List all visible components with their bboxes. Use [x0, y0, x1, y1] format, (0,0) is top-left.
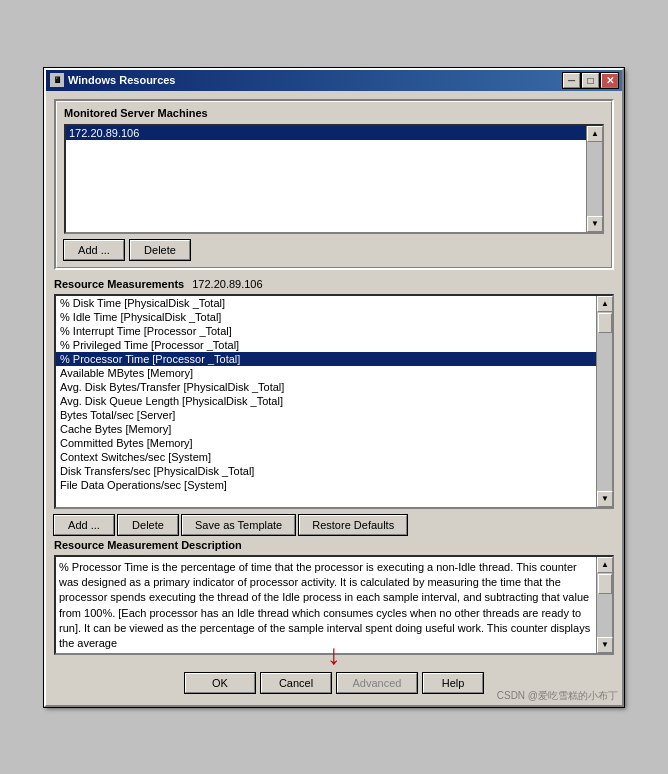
server-item[interactable]: 172.20.89.106 — [66, 126, 586, 140]
resource-header: Resource Measurements 172.20.89.106 — [54, 278, 614, 290]
measure-item[interactable]: Context Switches/sec [System] — [56, 450, 596, 464]
cancel-button[interactable]: Cancel — [261, 673, 331, 693]
resource-ip: 172.20.89.106 — [192, 278, 262, 290]
desc-scroll-thumb — [598, 574, 612, 594]
measure-item[interactable]: % Idle Time [PhysicalDisk _Total] — [56, 310, 596, 324]
title-bar-text: 🖥 Windows Resources — [50, 73, 175, 87]
measure-item[interactable]: Avg. Disk Queue Length [PhysicalDisk _To… — [56, 394, 596, 408]
red-arrow-icon: ↓ — [327, 639, 341, 670]
delete-server-button[interactable]: Delete — [130, 240, 190, 260]
resource-measurements-label: Resource Measurements — [54, 278, 184, 290]
measure-item[interactable]: Committed Bytes [Memory] — [56, 436, 596, 450]
monitored-group-label: Monitored Server Machines — [64, 107, 604, 119]
server-list[interactable]: 172.20.89.106 ▲ ▼ — [64, 124, 604, 234]
restore-defaults-button[interactable]: Restore Defaults — [299, 515, 407, 535]
title-bar: 🖥 Windows Resources ─ □ ✕ — [46, 70, 622, 91]
server-btn-row: Add ... Delete — [64, 240, 604, 260]
ok-button[interactable]: OK — [185, 673, 255, 693]
meas-scroll-up-btn[interactable]: ▲ — [597, 296, 613, 312]
measurements-list[interactable]: % Disk Time [PhysicalDisk _Total] % Idle… — [54, 294, 614, 509]
maximize-button[interactable]: □ — [582, 73, 599, 88]
meas-scroll-down-btn[interactable]: ▼ — [597, 491, 613, 507]
add-server-button[interactable]: Add ... — [64, 240, 124, 260]
desc-scroll-track — [597, 573, 612, 637]
monitored-group: Monitored Server Machines 172.20.89.106 … — [54, 99, 614, 270]
scroll-down-btn[interactable]: ▼ — [587, 216, 603, 232]
measure-item[interactable]: % Privileged Time [Processor _Total] — [56, 338, 596, 352]
close-button[interactable]: ✕ — [601, 73, 618, 88]
measure-item-selected[interactable]: % Processor Time [Processor _Total] — [56, 352, 596, 366]
advanced-button[interactable]: Advanced — [337, 673, 417, 693]
scroll-track — [587, 142, 602, 216]
desc-scroll-down-btn[interactable]: ▼ — [597, 637, 613, 653]
meas-scroll-thumb — [598, 313, 612, 333]
measure-item[interactable]: % Interrupt Time [Processor _Total] — [56, 324, 596, 338]
meas-scroll-track — [597, 312, 612, 491]
delete-measurement-button[interactable]: Delete — [118, 515, 178, 535]
dialog-icon: 🖥 — [50, 73, 64, 87]
measure-item[interactable]: File Data Operations/sec [System] — [56, 478, 596, 492]
windows-resources-dialog: 🖥 Windows Resources ─ □ ✕ Monitored Serv… — [44, 68, 624, 707]
measure-item[interactable]: Available MBytes [Memory] — [56, 366, 596, 380]
save-template-button[interactable]: Save as Template — [182, 515, 295, 535]
description-label: Resource Measurement Description — [54, 539, 614, 551]
resource-section: Resource Measurements 172.20.89.106 % Di… — [54, 278, 614, 535]
desc-scrollbar: ▲ ▼ — [596, 557, 612, 653]
server-list-inner: 172.20.89.106 — [66, 126, 586, 232]
add-measurement-button[interactable]: Add ... — [54, 515, 114, 535]
description-section: Resource Measurement Description % Proce… — [54, 539, 614, 661]
measure-item[interactable]: % Disk Time [PhysicalDisk _Total] — [56, 296, 596, 310]
dialog-title: Windows Resources — [68, 74, 175, 86]
measurements-scrollbar: ▲ ▼ — [596, 296, 612, 507]
dialog-body: Monitored Server Machines 172.20.89.106 … — [46, 91, 622, 705]
title-bar-buttons: ─ □ ✕ — [563, 73, 618, 88]
measure-item[interactable]: Disk Transfers/sec [PhysicalDisk _Total] — [56, 464, 596, 478]
server-scrollbar: ▲ ▼ — [586, 126, 602, 232]
scroll-up-btn[interactable]: ▲ — [587, 126, 603, 142]
minimize-button[interactable]: ─ — [563, 73, 580, 88]
measure-item[interactable]: Cache Bytes [Memory] — [56, 422, 596, 436]
measure-item[interactable]: Bytes Total/sec [Server] — [56, 408, 596, 422]
measure-item[interactable]: Avg. Disk Bytes/Transfer [PhysicalDisk _… — [56, 380, 596, 394]
measurements-list-inner: % Disk Time [PhysicalDisk _Total] % Idle… — [56, 296, 596, 507]
desc-scroll-up-btn[interactable]: ▲ — [597, 557, 613, 573]
help-button[interactable]: Help — [423, 673, 483, 693]
description-text: % Processor Time is the percentage of ti… — [56, 557, 596, 653]
measure-btn-row: Add ... Delete Save as Template Restore … — [54, 515, 614, 535]
watermark: CSDN @爱吃雪糕的小布丁 — [493, 687, 622, 705]
